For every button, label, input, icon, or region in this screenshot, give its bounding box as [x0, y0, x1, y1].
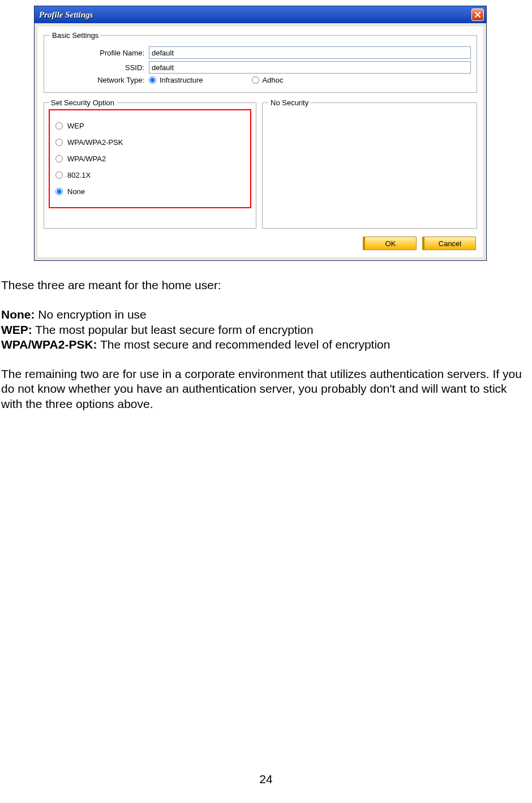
security-opt-wpa[interactable]: WPA/WPA2 [55, 154, 244, 163]
radio-wep[interactable] [55, 122, 63, 130]
radio-none-label: None [67, 187, 85, 196]
basic-settings-group: Basic Settings Profile Name: SSID: Netwo… [44, 31, 477, 93]
item-wpapsk: WPA/WPA2-PSK: The most secure and recomm… [1, 337, 531, 352]
radio-adhoc-label: Adhoc [263, 76, 284, 84]
security-detail-group: No Security [262, 98, 477, 229]
radio-adhoc[interactable] [252, 76, 259, 84]
security-option-highlight: WEP WPA/WPA2-PSK WPA/WPA2 802.1X None [49, 109, 251, 208]
radio-wpa[interactable] [55, 155, 63, 162]
profile-name-label: Profile Name: [50, 49, 149, 57]
radio-wep-label: WEP [67, 122, 84, 130]
radio-none[interactable] [55, 188, 63, 195]
item-none: None: No encryption in use [1, 307, 531, 322]
radio-wpa-label: WPA/WPA2 [67, 154, 106, 163]
security-option-legend: Set Security Option [49, 98, 117, 107]
radio-wpapsk-label: WPA/WPA2-PSK [67, 138, 123, 147]
radio-8021x[interactable] [55, 171, 63, 179]
close-icon [474, 11, 481, 18]
item-wep: WEP: The most popular but least secure f… [1, 323, 531, 337]
cancel-button[interactable]: Cancel [422, 237, 476, 250]
security-option-group: Set Security Option WEP WPA/WPA2-PSK WPA… [44, 98, 256, 229]
intro-text: These three are meant for the home user: [1, 278, 531, 293]
close-button[interactable] [471, 8, 484, 21]
page-number: 24 [0, 772, 532, 786]
network-type-adhoc[interactable]: Adhoc [252, 76, 284, 84]
radio-wpapsk[interactable] [55, 139, 63, 146]
security-detail-legend: No Security [268, 98, 311, 107]
dialog-buttons: OK Cancel [42, 232, 478, 251]
basic-settings-legend: Basic Settings [50, 31, 101, 40]
window-title: Profile Settings [39, 10, 93, 20]
profile-settings-dialog: Profile Settings Basic Settings Profile … [34, 6, 487, 261]
document-text: These three are meant for the home user:… [1, 278, 531, 411]
network-type-label: Network Type: [50, 76, 149, 84]
security-opt-8021x[interactable]: 802.1X [55, 171, 244, 179]
titlebar: Profile Settings [35, 6, 486, 23]
radio-infrastructure-label: Infrastructure [160, 76, 203, 84]
network-type-infra[interactable]: Infrastructure [149, 76, 203, 84]
network-type-radios: Infrastructure Adhoc [149, 76, 328, 84]
dialog-body: Basic Settings Profile Name: SSID: Netwo… [38, 27, 483, 257]
security-opt-none[interactable]: None [55, 187, 244, 196]
ssid-label: SSID: [50, 63, 149, 72]
radio-infrastructure[interactable] [149, 76, 156, 84]
radio-8021x-label: 802.1X [67, 171, 91, 179]
tail-text: The remaining two are for use in a corpo… [1, 367, 531, 411]
security-opt-wep[interactable]: WEP [55, 122, 244, 130]
profile-name-input[interactable] [149, 46, 471, 59]
ok-button[interactable]: OK [363, 237, 417, 250]
ssid-input[interactable] [149, 61, 471, 74]
security-opt-wpapsk[interactable]: WPA/WPA2-PSK [55, 138, 244, 147]
